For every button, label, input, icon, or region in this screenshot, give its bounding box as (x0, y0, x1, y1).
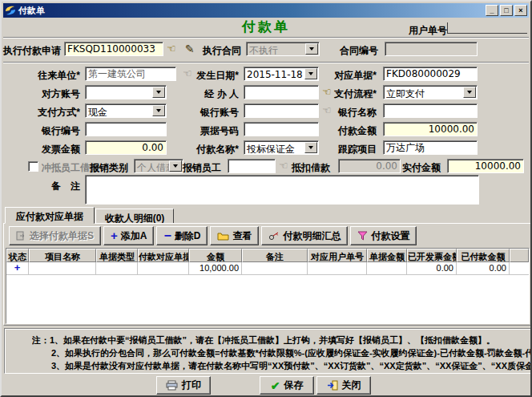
pay-method-label: 支付方式* (38, 106, 80, 120)
lookup-hand-icon: ☜ (183, 68, 192, 79)
notes-panel: 注：1、如果在付款中要“报销员工借款”，请在【冲抵员工借款】上打钩，并填写好【报… (4, 328, 531, 374)
folder-icon (217, 231, 229, 241)
lookup-hand-icon: ☜ (322, 105, 332, 116)
table-row[interactable]: + 10,000.00 0.00 0.00 (6, 262, 529, 275)
note-line: 3、如果是付款没有对应付款单据，请在付款名称中写明“XX预付款”、“XX订货款”… (32, 359, 530, 372)
bill-no-input[interactable] (244, 122, 319, 136)
select-doc-icon (16, 231, 26, 241)
edit-pen-icon[interactable]: ✎ (185, 43, 195, 55)
cell-amount[interactable]: 10,000.00 (189, 262, 242, 275)
col-related-doc[interactable]: 付款对应单据 (138, 249, 189, 262)
dropdown-arrow-icon[interactable] (152, 105, 165, 116)
counterparty-input[interactable] (85, 67, 176, 81)
note-line: 2、如果执行的分包合同，那么可付款金额=付款基数*付款限额%-(应收履约保证金-… (32, 346, 530, 359)
separator (3, 37, 529, 38)
lookup-hand-icon[interactable]: ☜ (167, 43, 176, 55)
view-button[interactable]: 查看 (210, 226, 259, 245)
handler-input[interactable] (244, 85, 319, 99)
dropdown-arrow-icon[interactable] (304, 142, 317, 153)
lookup-hand-icon[interactable]: ☜ (322, 87, 332, 98)
minimize-button[interactable]: _ (486, 5, 498, 16)
add-row-button[interactable]: + 添加A (103, 226, 154, 245)
col-amount[interactable]: 金额 (189, 249, 242, 262)
delete-row-button[interactable]: − 删除D (156, 226, 208, 245)
actual-amount-input[interactable] (447, 159, 524, 173)
pay-flow-label: 支付流程* (334, 87, 377, 101)
reimburse-type-select: 个人借款 (134, 159, 183, 173)
contract-no-label: 合同编号 (340, 44, 378, 58)
print-button[interactable]: 打印 (156, 376, 211, 395)
pay-method-select[interactable]: 现金 (85, 103, 167, 118)
reimburse-staff-label: 报销员工 (183, 161, 221, 175)
col-project-name[interactable]: 项目名称 (29, 249, 96, 262)
tab-payable-docs[interactable]: 应付款对应单据 (5, 207, 95, 224)
exec-request-input[interactable] (64, 42, 163, 56)
cell-remark[interactable] (242, 262, 308, 275)
occur-date-label: 发生日期* (196, 69, 239, 83)
printer-icon (166, 380, 178, 391)
close-button[interactable]: × (514, 5, 527, 16)
remark-textarea[interactable] (85, 175, 479, 205)
payment-docs-grid: 状态 项目名称 单据类型 付款对应单据 金额 备注 对应用户单号 单据金额 已开… (6, 248, 530, 324)
cell-doc-type[interactable] (96, 262, 138, 275)
related-doc-input[interactable] (383, 67, 478, 81)
col-remark[interactable]: 备注 (242, 249, 308, 262)
col-doc-amount[interactable]: 单据金额 (367, 249, 407, 262)
pay-amount-input[interactable] (383, 122, 478, 136)
bank-account-label: 银行账号 (200, 106, 239, 120)
dropdown-arrow-icon[interactable] (305, 43, 318, 55)
payment-detail-summary-button[interactable]: 付款明细汇总 (261, 226, 348, 245)
col-filler (510, 249, 529, 262)
exec-contract-select[interactable]: 不执行 (246, 42, 320, 56)
app-icon (5, 5, 16, 16)
pay-name-label: 付款名称* (196, 143, 239, 156)
dropdown-arrow-icon[interactable] (463, 87, 476, 98)
cell-paid-amount[interactable]: 0.00 (457, 262, 510, 275)
payment-settings-button[interactable]: 付款设置 (350, 226, 417, 245)
counterparty-label: 往来单位* (38, 69, 80, 83)
user-doc-no-input[interactable] (447, 22, 527, 34)
payment-form-window: 付款单 _ □ × 付款单 用户单号 执行付款申请 ☜ ✎ 执行合同 不执行 合… (0, 0, 532, 397)
handler-label: 经 办 人 (204, 87, 239, 101)
exit-door-icon (327, 380, 338, 391)
window-title: 付款单 (18, 5, 484, 17)
bank-name-input[interactable] (383, 103, 478, 118)
reimburse-staff-input[interactable] (228, 159, 276, 173)
pay-flow-select[interactable]: 立即支付 (383, 85, 478, 99)
bank-no-input[interactable] (85, 122, 167, 136)
cell-user-doc-no[interactable] (308, 262, 367, 275)
track-project-input[interactable] (383, 140, 478, 155)
col-doc-type[interactable]: 单据类型 (96, 249, 138, 262)
check-icon: ✔ (271, 379, 280, 392)
related-doc-label: 对应单据* (334, 69, 377, 83)
col-user-doc-no[interactable]: 对应用户单号 (308, 249, 367, 262)
cell-related-doc[interactable] (138, 262, 189, 275)
occur-date-select[interactable]: 2015-11-18 (244, 67, 319, 81)
note-line: 注：1、如果在付款中要“报销员工借款”，请在【冲抵员工借款】上打钩，并填写好【报… (32, 334, 530, 346)
actual-amount-label: 实付金额 (402, 161, 441, 175)
col-status[interactable]: 状态 (6, 249, 29, 262)
exec-request-label: 执行付款申请 (3, 44, 61, 58)
close-form-button[interactable]: 关闭 (316, 376, 371, 395)
dropdown-arrow-icon[interactable] (304, 68, 317, 79)
cell-invoiced-amount[interactable]: 0.00 (407, 262, 457, 275)
col-invoiced-amount[interactable]: 已开发票金额 (407, 249, 457, 262)
deduct-loan-input (338, 159, 401, 173)
summary-key-icon (268, 231, 280, 241)
exec-contract-label: 执行合同 (203, 44, 241, 58)
pay-name-select[interactable]: 投标保证金 (244, 140, 319, 155)
dropdown-arrow-icon[interactable] (152, 87, 165, 98)
other-account-label: 对方账号 (42, 87, 80, 101)
col-paid-amount[interactable]: 已付款金额 (457, 249, 510, 262)
cell-doc-amount[interactable] (367, 262, 407, 275)
select-payment-doc-button: 选择付款单据S (9, 226, 101, 245)
invoice-amount-input[interactable] (85, 140, 167, 155)
offset-loan-checkbox[interactable] (28, 161, 38, 172)
save-button[interactable]: ✔ 保存 (260, 376, 314, 395)
other-account-select[interactable] (85, 85, 167, 99)
tab-payee-detail[interactable]: 收款人明细(0) (95, 209, 174, 224)
pay-amount-label: 付款金额 (338, 124, 377, 138)
cell-project-name[interactable] (29, 262, 96, 275)
bank-account-input[interactable] (244, 103, 319, 118)
maximize-button[interactable]: □ (500, 5, 513, 16)
